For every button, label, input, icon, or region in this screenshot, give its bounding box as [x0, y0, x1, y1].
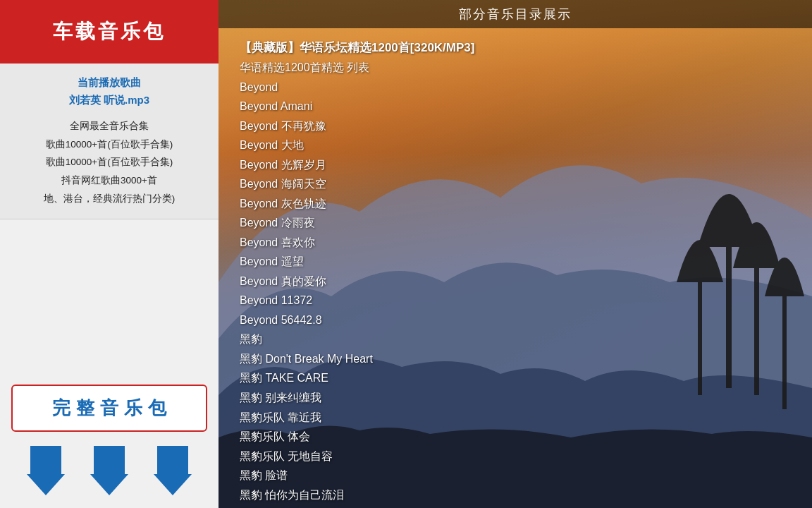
- music-list-item: 歌曲10000+首(百位歌手合集): [14, 135, 204, 154]
- song-item: 黑豹 Don't Break My Heart: [240, 349, 791, 369]
- song-item: Beyond Amani: [240, 97, 791, 116]
- left-panel: 车载音乐包 当前播放歌曲 刘若英 听说.mp3 全网最全音乐合集歌曲10000+…: [0, 0, 219, 508]
- now-playing-label: 当前播放歌曲: [8, 76, 210, 90]
- song-item: Beyond 大地: [240, 135, 791, 155]
- svg-marker-1: [90, 446, 128, 495]
- song-item: Beyond 不再犹豫: [240, 116, 791, 136]
- song-item: Beyond 灰色轨迹: [240, 194, 791, 214]
- arrow-down-1: [27, 446, 65, 495]
- music-list-item: 全网最全音乐合集: [14, 117, 204, 135]
- song-item: 黑豹 别来纠缠我: [240, 388, 791, 408]
- song-item: 黑豹 TAKE CARE: [240, 368, 791, 388]
- header-bar: 车载音乐包: [0, 0, 219, 64]
- song-item: 【典藏版】华语乐坛精选1200首[320K/MP3]: [240, 37, 791, 58]
- song-item: Beyond: [240, 78, 791, 97]
- song-item: Beyond 11372: [240, 291, 791, 310]
- header-title: 车载音乐包: [53, 18, 166, 45]
- music-list-item: 地、港台，经典流行热门分类): [14, 190, 204, 208]
- song-item: Beyond 56442.8: [240, 310, 791, 330]
- arrows-row: [0, 439, 219, 508]
- music-list: 全网最全音乐合集歌曲10000+首(百位歌手合集)歌曲10000+首(百位歌手合…: [8, 117, 210, 207]
- music-list-item: 抖音网红歌曲3000+首: [14, 171, 204, 190]
- song-item: 黑豹 脸谱: [240, 466, 791, 485]
- song-item: 黑豹 怕你为自己流泪: [240, 485, 791, 505]
- song-item: 黑豹乐队 体会: [240, 427, 791, 447]
- song-item: 华语精选1200首精选 列表: [240, 58, 791, 78]
- song-item: Beyond 光辉岁月: [240, 155, 791, 175]
- now-playing-song: 刘若英 听说.mp3: [8, 94, 210, 107]
- svg-marker-0: [27, 446, 65, 495]
- song-item: Beyond 冷雨夜: [240, 213, 791, 233]
- arrow-down-3: [154, 446, 192, 495]
- song-item: 黑豹乐队 无地自容: [240, 447, 791, 466]
- arrow-down-2: [90, 446, 128, 495]
- song-item: Beyond 遥望: [240, 252, 791, 272]
- song-item: 黑豹 眼光里: [240, 504, 791, 508]
- right-panel: 部分音乐目录展示 【典藏版】华语乐坛精选1200首[320K/MP3]华语精选1…: [219, 0, 812, 508]
- bottom-section: 完整音乐包: [0, 219, 219, 508]
- song-list-overlay: 【典藏版】华语乐坛精选1200首[320K/MP3]华语精选1200首精选 列表…: [226, 32, 805, 508]
- song-item: 黑豹: [240, 329, 791, 349]
- info-section: 当前播放歌曲 刘若英 听说.mp3 全网最全音乐合集歌曲10000+首(百位歌手…: [0, 64, 219, 219]
- song-item: Beyond 真的爱你: [240, 272, 791, 291]
- top-bar: 部分音乐目录展示: [219, 0, 812, 28]
- download-button-text: 完整音乐包: [52, 396, 166, 421]
- music-list-item: 歌曲10000+首(百位歌手合集): [14, 153, 204, 171]
- song-item: 黑豹乐队 靠近我: [240, 408, 791, 428]
- song-item: Beyond 喜欢你: [240, 233, 791, 253]
- song-item: Beyond 海阔天空: [240, 174, 791, 194]
- svg-marker-2: [154, 446, 192, 495]
- top-bar-title: 部分音乐目录展示: [459, 7, 572, 21]
- download-button[interactable]: 完整音乐包: [11, 385, 207, 432]
